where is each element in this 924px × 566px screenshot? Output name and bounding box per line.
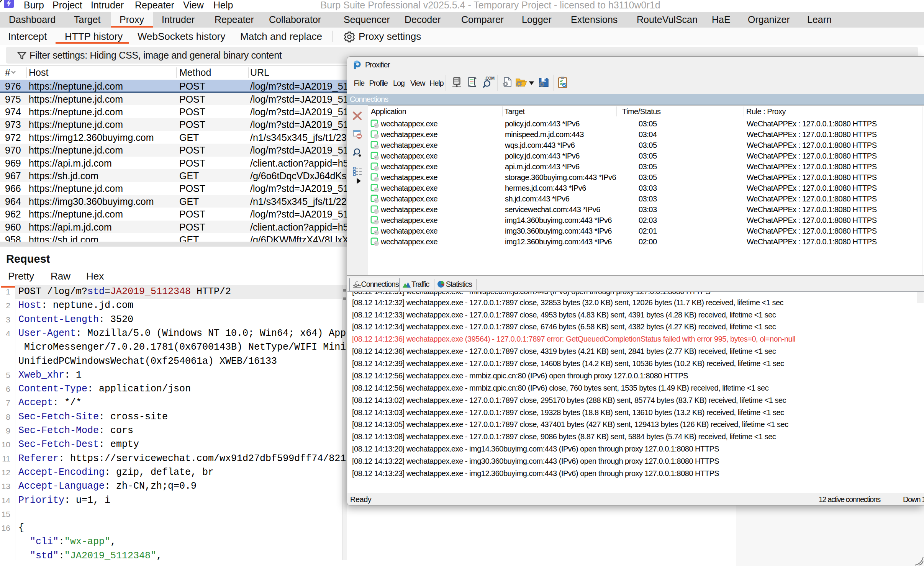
svg-text:.COM: .COM — [485, 76, 495, 80]
